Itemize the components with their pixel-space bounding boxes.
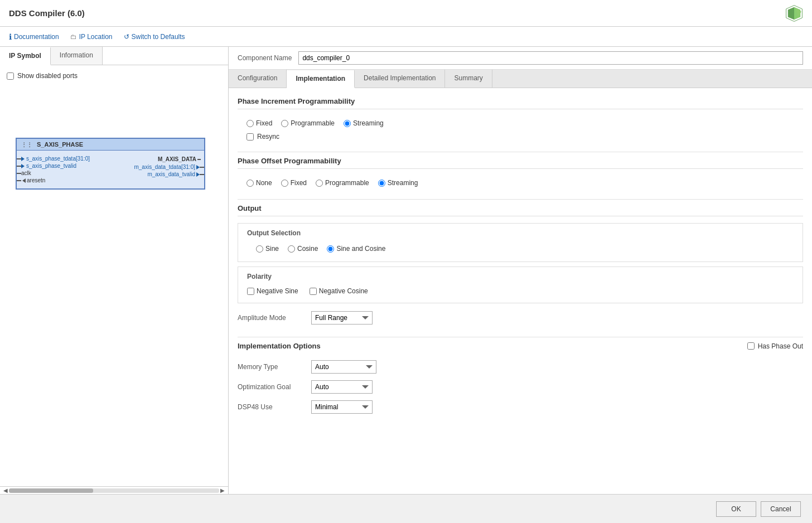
negative-cosine-checkbox[interactable] bbox=[310, 288, 317, 295]
tab-ip-symbol[interactable]: IP Symbol bbox=[0, 47, 51, 65]
output-radio-cosine[interactable]: Cosine bbox=[288, 245, 318, 253]
amplitude-mode-select[interactable]: Full Range Unit Circle bbox=[311, 311, 373, 325]
xilinx-logo bbox=[785, 4, 803, 22]
offset-radio-streaming-input[interactable] bbox=[378, 180, 385, 187]
left-panel-body: Show disabled ports ⋮⋮ S_AXIS_PHASE bbox=[0, 65, 228, 486]
port-label-m-axis-data: M_AXIS_DATA bbox=[158, 156, 196, 162]
radio-fixed-input[interactable] bbox=[246, 120, 254, 127]
resync-checkbox[interactable] bbox=[246, 133, 254, 141]
negative-cosine-label[interactable]: Negative Cosine bbox=[310, 287, 368, 295]
right-tabs: Configuration Implementation Detailed Im… bbox=[229, 70, 812, 88]
ip-left-ports: s_axis_phase_tdata[31:0] s_axis_phase_tv… bbox=[17, 153, 110, 186]
component-name-row: Component Name bbox=[229, 47, 812, 70]
left-panel: IP Symbol Information Show disabled port… bbox=[0, 47, 229, 494]
port-label-m-tdata: m_axis_data_tdata[31:0] bbox=[134, 164, 195, 170]
memory-type-row: Memory Type Auto Block ROM Distributed R… bbox=[238, 357, 803, 377]
h-scroll-thumb[interactable] bbox=[9, 488, 93, 493]
info-icon: ℹ bbox=[9, 32, 12, 41]
optimization-goal-select[interactable]: Auto Area Speed bbox=[311, 380, 373, 394]
output-title: Output bbox=[238, 204, 803, 216]
offset-radio-programmable-input[interactable] bbox=[316, 180, 323, 187]
ok-button[interactable]: OK bbox=[716, 501, 756, 517]
phase-increment-radio-group: Fixed Programmable Streaming bbox=[238, 116, 803, 130]
output-selection-subsection: Output Selection Sine Cosine Sine and bbox=[238, 223, 803, 262]
switch-defaults-link[interactable]: ↺ Switch to Defaults bbox=[124, 33, 185, 41]
tab-summary[interactable]: Summary bbox=[445, 70, 492, 88]
amplitude-mode-row: Amplitude Mode Full Range Unit Circle bbox=[238, 308, 803, 328]
ip-right-ports: M_AXIS_DATA m_axis_data_tdata[31:0] m_ax… bbox=[110, 153, 204, 186]
offset-radio-programmable[interactable]: Programmable bbox=[316, 179, 369, 187]
ip-location-link[interactable]: 🗀 IP Location bbox=[70, 33, 113, 41]
has-phase-out-checkbox[interactable] bbox=[747, 342, 755, 350]
radio-programmable[interactable]: Programmable bbox=[281, 119, 335, 127]
output-radio-sine-label: Sine bbox=[265, 245, 279, 253]
offset-radio-streaming[interactable]: Streaming bbox=[378, 179, 418, 187]
output-radio-cosine-input[interactable] bbox=[288, 245, 295, 253]
main-content: IP Symbol Information Show disabled port… bbox=[0, 47, 812, 494]
memory-type-select[interactable]: Auto Block ROM Distributed ROM bbox=[311, 360, 376, 374]
folder-icon: 🗀 bbox=[70, 33, 77, 41]
ip-location-label: IP Location bbox=[79, 33, 113, 41]
output-radio-sine-input[interactable] bbox=[256, 245, 263, 253]
ip-block-title: S_AXIS_PHASE bbox=[37, 141, 83, 148]
left-scrollbar[interactable]: ◀ ▶ bbox=[0, 486, 228, 494]
port-arrow-icon2 bbox=[21, 164, 25, 168]
phase-increment-section: Phase Increment Programmability Fixed Pr… bbox=[238, 97, 803, 143]
offset-radio-programmable-label: Programmable bbox=[325, 179, 369, 187]
component-name-label: Component Name bbox=[238, 54, 292, 62]
bottom-bar: OK Cancel bbox=[0, 494, 812, 523]
offset-radio-none-label: None bbox=[256, 179, 272, 187]
tab-information[interactable]: Information bbox=[51, 47, 103, 65]
negative-sine-label[interactable]: Negative Sine bbox=[247, 287, 298, 295]
show-disabled-text: Show disabled ports bbox=[17, 72, 78, 80]
radio-streaming[interactable]: Streaming bbox=[344, 119, 384, 127]
h-scroll-track[interactable] bbox=[9, 488, 219, 493]
offset-radio-streaming-label: Streaming bbox=[388, 179, 418, 187]
negative-cosine-text: Negative Cosine bbox=[319, 287, 368, 295]
tab-detailed-implementation[interactable]: Detailed Implementation bbox=[355, 70, 445, 88]
ip-block: ⋮⋮ S_AXIS_PHASE s_axis_phase_tdata[31:0] bbox=[16, 138, 205, 190]
output-radio-sine-cosine[interactable]: Sine and Cosine bbox=[327, 245, 385, 253]
has-phase-out-label: Has Phase Out bbox=[758, 342, 803, 350]
ip-canvas: ⋮⋮ S_AXIS_PHASE s_axis_phase_tdata[31:0] bbox=[4, 93, 224, 316]
dsp48-use-select[interactable]: Minimal Maximal bbox=[311, 400, 373, 414]
output-radio-sine[interactable]: Sine bbox=[256, 245, 279, 253]
cancel-button[interactable]: Cancel bbox=[761, 501, 801, 517]
documentation-link[interactable]: ℹ Documentation bbox=[9, 32, 59, 41]
left-tabs: IP Symbol Information bbox=[0, 47, 228, 65]
port-label-m-tvalid: m_axis_data_tvalid bbox=[147, 171, 195, 177]
memory-type-label: Memory Type bbox=[238, 363, 304, 371]
show-disabled-label[interactable]: Show disabled ports bbox=[4, 70, 224, 82]
offset-radio-none[interactable]: None bbox=[246, 179, 272, 187]
negative-sine-text: Negative Sine bbox=[257, 287, 298, 295]
offset-radio-fixed[interactable]: Fixed bbox=[281, 179, 307, 187]
output-radio-sine-cosine-input[interactable] bbox=[327, 245, 334, 253]
show-disabled-checkbox[interactable] bbox=[7, 72, 14, 80]
tab-configuration[interactable]: Configuration bbox=[229, 70, 287, 88]
radio-streaming-label: Streaming bbox=[353, 119, 384, 127]
phase-offset-title: Phase Offset Programmability bbox=[238, 157, 803, 169]
scroll-left-arrow[interactable]: ◀ bbox=[2, 487, 9, 493]
port-label-tdata: s_axis_phase_tdata[31:0] bbox=[26, 156, 90, 162]
divider2 bbox=[238, 199, 803, 200]
radio-streaming-input[interactable] bbox=[344, 120, 351, 127]
port-arrow-icon bbox=[21, 157, 25, 161]
offset-radio-fixed-input[interactable] bbox=[281, 180, 288, 187]
offset-radio-none-input[interactable] bbox=[246, 180, 254, 187]
radio-programmable-input[interactable] bbox=[281, 120, 288, 127]
phase-offset-radio-group: None Fixed Programmable Streaming bbox=[238, 176, 803, 190]
negative-sine-checkbox[interactable] bbox=[247, 288, 254, 295]
port-label-aclk: aclk bbox=[21, 170, 31, 176]
output-selection-radio-group: Sine Cosine Sine and Cosine bbox=[247, 241, 794, 256]
resync-row: Resync bbox=[238, 130, 803, 143]
component-name-input[interactable] bbox=[298, 51, 803, 65]
tab-implementation[interactable]: Implementation bbox=[287, 70, 355, 88]
toolbar: ℹ Documentation 🗀 IP Location ↺ Switch t… bbox=[0, 27, 812, 47]
app-title: DDS Compiler (6.0) bbox=[9, 8, 85, 18]
scroll-right-arrow[interactable]: ▶ bbox=[219, 487, 226, 493]
polarity-subtitle: Polarity bbox=[247, 273, 794, 280]
right-content: Phase Increment Programmability Fixed Pr… bbox=[229, 88, 812, 494]
port-s-axis-phase-tdata: s_axis_phase_tdata[31:0] bbox=[17, 155, 110, 162]
dsp48-use-label: DSP48 Use bbox=[238, 403, 304, 411]
radio-fixed[interactable]: Fixed bbox=[246, 119, 272, 127]
